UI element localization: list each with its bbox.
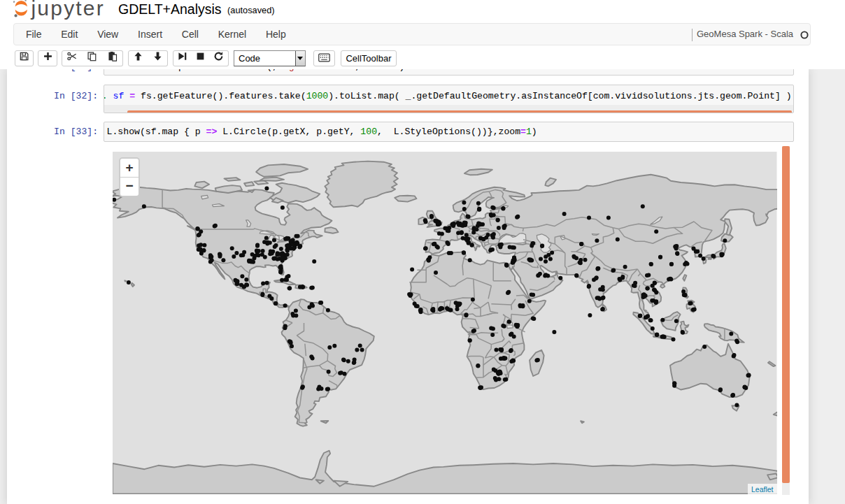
svg-text:jupyter: jupyter: [31, 0, 105, 20]
